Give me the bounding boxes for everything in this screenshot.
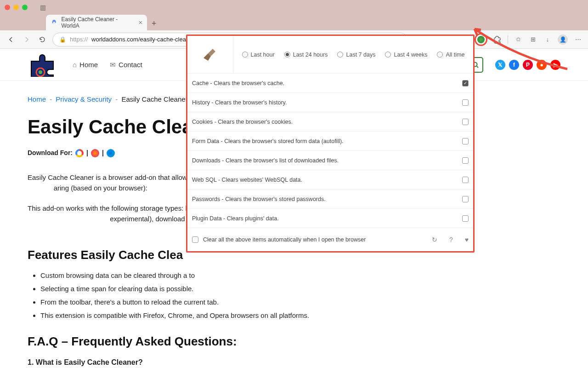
clear-item-row[interactable]: Cache - Clears the browser's cache.✓ (187, 74, 473, 93)
firefox-icon[interactable] (91, 149, 99, 157)
tab-close-icon[interactable]: × (139, 19, 142, 26)
collections-icon[interactable]: ⊞ (528, 35, 537, 44)
feature-item: Selecting a time span for clearing data … (40, 283, 560, 294)
back-button[interactable] (6, 34, 17, 45)
download-label: Download For: (28, 148, 73, 158)
clear-item-row[interactable]: Form Data - Clears the browser's stored … (187, 132, 473, 151)
clear-item-checkbox[interactable] (462, 119, 469, 125)
window-titlebar: ▥ (0, 0, 588, 15)
feature-item: Custom browsing data can be cleared thro… (40, 270, 560, 281)
url-protocol: https:// (70, 36, 88, 43)
crumb-category[interactable]: Privacy & Security (56, 95, 112, 103)
clear-item-label: Passwords - Clears the browser's stored … (192, 196, 326, 202)
features-list: Custom browsing data can be cleared thro… (28, 270, 560, 321)
url-path: worldaddons.com/easily-cache-cleaner/ (91, 36, 196, 43)
crumb-home[interactable]: Home (28, 95, 46, 103)
nav-contact-label: Contact (119, 61, 142, 69)
reload-icon[interactable]: ↻ (432, 236, 437, 243)
heart-icon[interactable]: ♥ (465, 236, 469, 243)
time-range-option[interactable]: All time (437, 52, 464, 58)
clear-item-row[interactable]: Cookies - Clears the browser's cookies. (187, 112, 473, 132)
faq-question: 1. What is Easily Cache Cleaner? (28, 357, 560, 368)
social-links: 𝕏 f P ● ▶ (495, 60, 560, 70)
clear-item-checkbox[interactable] (462, 177, 469, 183)
clear-item-checkbox[interactable] (462, 196, 469, 202)
youtube-icon[interactable]: ▶ (550, 60, 560, 70)
profile-avatar[interactable]: 👤 (558, 34, 568, 45)
clear-item-checkbox[interactable] (462, 157, 469, 164)
clear-item-checkbox[interactable] (462, 215, 469, 222)
popup-footer: Clear all the above items automatically … (187, 228, 473, 251)
svg-point-2 (39, 70, 42, 74)
nav-contact[interactable]: ✉Contact (110, 61, 142, 69)
clear-item-label: Web SQL - Clears websites' WebSQL data. (192, 177, 302, 183)
mail-icon: ✉ (110, 61, 116, 69)
forward-button[interactable] (21, 34, 32, 45)
cache-cleaner-icon (477, 36, 485, 43)
radio-icon (242, 52, 248, 58)
nav-home-label: Home (79, 61, 98, 69)
tab-favicon-icon (51, 19, 58, 26)
new-tab-button[interactable]: + (147, 17, 161, 30)
clear-item-label: Form Data - Clears the browser's stored … (192, 138, 344, 144)
site-logo[interactable] (28, 53, 61, 77)
svg-point-0 (53, 22, 55, 23)
radio-icon (437, 52, 443, 58)
range-label: Last 24 hours (293, 52, 328, 58)
tab-bar: Easily Cache Cleaner - WorldA × + (0, 15, 588, 30)
sidebar-toggle-icon[interactable]: ▥ (40, 4, 46, 11)
window-minimize-button[interactable] (13, 5, 19, 10)
faq-heading: F.A.Q – Frequently Asked Questions: (28, 332, 560, 351)
range-label: All time (446, 52, 464, 58)
time-range-option[interactable]: Last 4 weeks (385, 52, 427, 58)
window-close-button[interactable] (5, 5, 10, 10)
extensions-puzzle-icon[interactable] (493, 35, 502, 44)
clean-button[interactable] (187, 36, 233, 73)
auto-clear-label: Clear all the above items automatically … (203, 236, 366, 243)
downloads-icon[interactable]: ↓ (543, 35, 552, 44)
time-range-group: Last hourLast 24 hoursLast 7 daysLast 4 … (233, 52, 473, 58)
clear-item-checkbox[interactable] (462, 138, 469, 144)
menu-dots-icon[interactable]: ⋯ (573, 35, 582, 44)
radio-icon (385, 52, 391, 58)
favorites-icon[interactable]: ✩ (514, 35, 523, 44)
clear-item-row[interactable]: History - Clears the browser's history. (187, 93, 473, 112)
extension-highlighted-button[interactable] (475, 33, 487, 46)
range-label: Last hour (251, 52, 275, 58)
tab-title: Easily Cache Cleaner - WorldA (62, 16, 135, 29)
edge-icon[interactable] (107, 149, 115, 157)
crumb-current: Easily Cache Cleaner (121, 95, 187, 103)
time-range-option[interactable]: Last hour (242, 52, 275, 58)
clear-item-label: Plugin Data - Clears plugins' data. (192, 215, 279, 222)
help-icon[interactable]: ? (449, 236, 453, 243)
chrome-icon[interactable] (75, 149, 84, 157)
feature-item: This extension is compatible with Firefo… (40, 310, 560, 321)
radio-icon (284, 52, 290, 58)
facebook-icon[interactable]: f (509, 60, 519, 70)
nav-home[interactable]: ⌂Home (73, 61, 98, 69)
window-maximize-button[interactable] (22, 5, 28, 10)
clear-items-list: Cache - Clears the browser's cache.✓Hist… (187, 74, 473, 228)
range-label: Last 7 days (346, 52, 375, 58)
clear-item-checkbox[interactable] (462, 99, 469, 106)
lock-icon: 🔒 (59, 36, 66, 43)
clear-item-row[interactable]: Downloads - Clears the browser's list of… (187, 151, 473, 170)
time-range-option[interactable]: Last 7 days (337, 52, 375, 58)
auto-clear-checkbox[interactable] (192, 236, 198, 243)
popup-header: Last hourLast 24 hoursLast 7 daysLast 4 … (187, 36, 473, 74)
radio-icon (337, 52, 343, 58)
reddit-icon[interactable]: ● (537, 60, 547, 70)
clear-item-row[interactable]: Plugin Data - Clears plugins' data. (187, 209, 473, 228)
clear-item-label: Cookies - Clears the browser's cookies. (192, 119, 293, 125)
extension-popup: Last hourLast 24 hoursLast 7 daysLast 4 … (186, 34, 475, 253)
feature-item: From the toolbar, there's a button to re… (40, 297, 560, 307)
time-range-option[interactable]: Last 24 hours (284, 52, 328, 58)
clear-item-row[interactable]: Passwords - Clears the browser's stored … (187, 190, 473, 209)
clear-item-checkbox[interactable]: ✓ (462, 80, 469, 86)
pinterest-icon[interactable]: P (523, 60, 533, 70)
refresh-button[interactable] (37, 34, 48, 45)
twitter-icon[interactable]: 𝕏 (495, 60, 505, 70)
clear-item-label: History - Clears the browser's history. (192, 99, 287, 106)
clear-item-row[interactable]: Web SQL - Clears websites' WebSQL data. (187, 170, 473, 190)
browser-tab[interactable]: Easily Cache Cleaner - WorldA × (46, 15, 147, 30)
